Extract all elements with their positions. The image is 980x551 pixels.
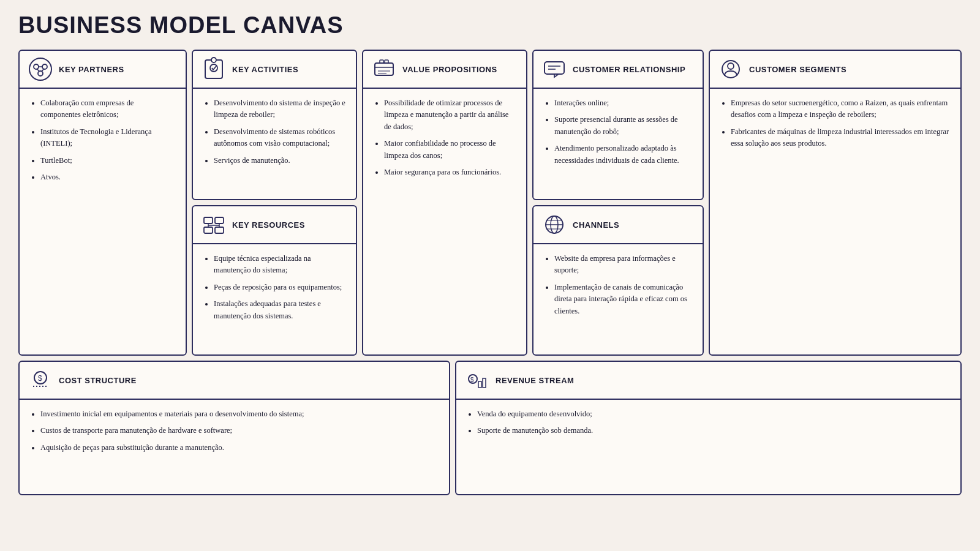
list-item: Colaboração com empresas de componentes … bbox=[40, 97, 176, 121]
svg-rect-12 bbox=[204, 227, 213, 233]
svg-rect-13 bbox=[215, 227, 224, 233]
list-item: Possibilidade de otimizar processos de l… bbox=[384, 97, 516, 133]
channels-header: CHANNELS bbox=[533, 206, 703, 244]
list-item: Suporte de manutenção sob demanda. bbox=[477, 425, 951, 437]
svg-point-0 bbox=[29, 58, 51, 80]
customer-relationship-title: CUSTOMER RELATIONSHIP bbox=[573, 65, 685, 74]
customer-segments-list: Empresas do setor sucroenergético, como … bbox=[720, 97, 951, 150]
list-item: Implementação de canais de comunicação d… bbox=[554, 282, 693, 317]
svg-rect-11 bbox=[215, 217, 224, 223]
key-resources-body: Equipe técnica especializada na manutenç… bbox=[193, 244, 356, 354]
value-propositions-header: VALUE PROPOSITIONS bbox=[363, 51, 526, 89]
customer-relationship-header: CUSTOMER RELATIONSHIP bbox=[533, 51, 703, 89]
key-activities-column: KEY ACTIVITIES Desenvolvimento do sistem… bbox=[192, 50, 357, 356]
revenue-stream-list: Venda do equipamento desenvolvido; Supor… bbox=[466, 408, 951, 437]
value-propositions-list: Possibilidade de otimizar processos de l… bbox=[373, 97, 516, 178]
key-activities-list: Desenvolvimento do sistema de inspeção e… bbox=[203, 97, 346, 167]
svg-point-1 bbox=[34, 64, 39, 69]
channels-list: Website da empresa para informações e su… bbox=[543, 253, 693, 317]
key-resources-list: Equipe técnica especializada na manutenç… bbox=[203, 253, 346, 322]
customer-segments-body: Empresas do setor sucroenergético, como … bbox=[710, 89, 960, 354]
cost-structure-body: Investimento inicial em equipamentos e m… bbox=[20, 400, 449, 494]
revenue-stream-cell: $ REVENUE STREAM Venda do equipamento de… bbox=[455, 361, 962, 495]
list-item: Peças de reposição para os equipamentos; bbox=[214, 282, 346, 293]
list-item: Atendimento personalizado adaptado às ne… bbox=[554, 143, 693, 167]
value-propositions-body: Possibilidade de otimizar processos de l… bbox=[363, 89, 526, 354]
key-partners-title: KEY PARTNERS bbox=[59, 65, 124, 74]
svg-point-2 bbox=[42, 64, 47, 69]
key-resources-title: KEY RESOURCES bbox=[232, 220, 305, 230]
list-item: Maior confiabilidade no processo de limp… bbox=[384, 138, 516, 162]
key-resources-cell: KEY RESOURCES Equipe técnica especializa… bbox=[192, 205, 357, 356]
svg-rect-20 bbox=[385, 60, 388, 63]
value-propositions-cell: VALUE PROPOSITIONS Possibilidade de otim… bbox=[362, 50, 527, 356]
customer-relationship-cell: CUSTOMER RELATIONSHIP Interações online;… bbox=[532, 50, 704, 200]
cost-structure-cell: $ COST STRUCTURE Investimento inicial em… bbox=[18, 361, 450, 495]
key-resources-header: KEY RESOURCES bbox=[193, 206, 356, 244]
list-item: Investimento inicial em equipamentos e m… bbox=[40, 408, 439, 420]
customer-segments-icon bbox=[718, 57, 743, 81]
key-activities-body: Desenvolvimento do sistema de inspeção e… bbox=[193, 89, 356, 199]
cost-structure-list: Investimento inicial em equipamentos e m… bbox=[29, 408, 439, 454]
customer-segments-title: CUSTOMER SEGMENTS bbox=[749, 65, 846, 74]
list-item: Aquisição de peças para substituição dur… bbox=[40, 442, 439, 454]
cost-structure-header: $ COST STRUCTURE bbox=[20, 362, 449, 400]
key-activities-cell: KEY ACTIVITIES Desenvolvimento do sistem… bbox=[192, 50, 357, 200]
page-title: BUSINESS MODEL CANVAS bbox=[18, 12, 962, 39]
key-partners-body: Colaboração com empresas de componentes … bbox=[20, 89, 186, 354]
key-activities-title: KEY ACTIVITIES bbox=[232, 65, 298, 74]
customer-relationship-list: Interações online; Suporte presencial du… bbox=[543, 97, 693, 167]
canvas-grid: KEY PARTNERS Colaboração com empresas de… bbox=[18, 50, 962, 495]
key-partners-icon bbox=[28, 57, 53, 81]
revenue-stream-body: Venda do equipamento desenvolvido; Supor… bbox=[456, 400, 960, 494]
list-item: Venda do equipamento desenvolvido; bbox=[477, 408, 951, 420]
list-item: Desenvolvimento de sistemas robóticos au… bbox=[214, 126, 346, 150]
cost-structure-icon: $ bbox=[28, 368, 53, 392]
svg-point-3 bbox=[38, 71, 43, 76]
revenue-stream-header: $ REVENUE STREAM bbox=[456, 362, 960, 400]
list-item: Custos de transporte para manutenção de … bbox=[40, 425, 439, 437]
list-item: Interações online; bbox=[554, 97, 693, 109]
list-item: Atvos. bbox=[40, 171, 176, 183]
revenue-stream-icon: $ bbox=[465, 368, 489, 392]
svg-rect-42 bbox=[478, 381, 481, 388]
list-item: Institutos de Tecnologia e Liderança (IN… bbox=[40, 126, 176, 150]
list-item: Suporte presencial durante as sessões de… bbox=[554, 114, 693, 138]
list-item: Serviços de manutenção. bbox=[214, 155, 346, 167]
list-item: TurtleBot; bbox=[40, 155, 176, 167]
svg-point-32 bbox=[728, 63, 734, 69]
channels-title: CHANNELS bbox=[573, 220, 619, 230]
svg-rect-19 bbox=[380, 60, 383, 63]
list-item: Fabricantes de máquinas de limpeza indus… bbox=[731, 126, 951, 150]
list-item: Instalações adequadas para testes e manu… bbox=[214, 298, 346, 322]
bottom-row: $ COST STRUCTURE Investimento inicial em… bbox=[18, 361, 962, 495]
customer-relationship-body: Interações online; Suporte presencial du… bbox=[533, 89, 703, 199]
channels-cell: CHANNELS Website da empresa para informa… bbox=[532, 205, 704, 356]
svg-rect-10 bbox=[204, 217, 213, 223]
customer-rel-column: CUSTOMER RELATIONSHIP Interações online;… bbox=[532, 50, 704, 356]
key-activities-icon bbox=[202, 57, 226, 81]
svg-line-6 bbox=[42, 69, 43, 72]
list-item: Desenvolvimento do sistema de inspeção e… bbox=[214, 97, 346, 121]
list-item: Empresas do setor sucroenergético, como … bbox=[731, 97, 951, 121]
key-activities-header: KEY ACTIVITIES bbox=[193, 51, 356, 89]
svg-rect-23 bbox=[545, 62, 564, 74]
value-propositions-icon bbox=[372, 57, 396, 81]
customer-segments-cell: CUSTOMER SEGMENTS Empresas do setor sucr… bbox=[709, 50, 962, 356]
channels-body: Website da empresa para informações e su… bbox=[533, 244, 703, 354]
svg-line-5 bbox=[37, 69, 39, 72]
key-partners-list: Colaboração com empresas de componentes … bbox=[29, 97, 176, 183]
customer-relationship-icon bbox=[542, 57, 567, 81]
svg-point-9 bbox=[210, 64, 217, 72]
cost-structure-title: COST STRUCTURE bbox=[59, 376, 137, 385]
customer-segments-header: CUSTOMER SEGMENTS bbox=[710, 51, 960, 89]
key-partners-cell: KEY PARTNERS Colaboração com empresas de… bbox=[18, 50, 187, 356]
top-row: KEY PARTNERS Colaboração com empresas de… bbox=[18, 50, 962, 356]
list-item: Website da empresa para informações e su… bbox=[554, 253, 693, 277]
svg-text:$: $ bbox=[38, 374, 42, 383]
key-resources-icon bbox=[202, 212, 226, 237]
key-partners-header: KEY PARTNERS bbox=[20, 51, 186, 89]
svg-rect-43 bbox=[483, 378, 486, 388]
svg-point-8 bbox=[211, 58, 216, 62]
list-item: Equipe técnica especializada na manutenç… bbox=[214, 253, 346, 277]
